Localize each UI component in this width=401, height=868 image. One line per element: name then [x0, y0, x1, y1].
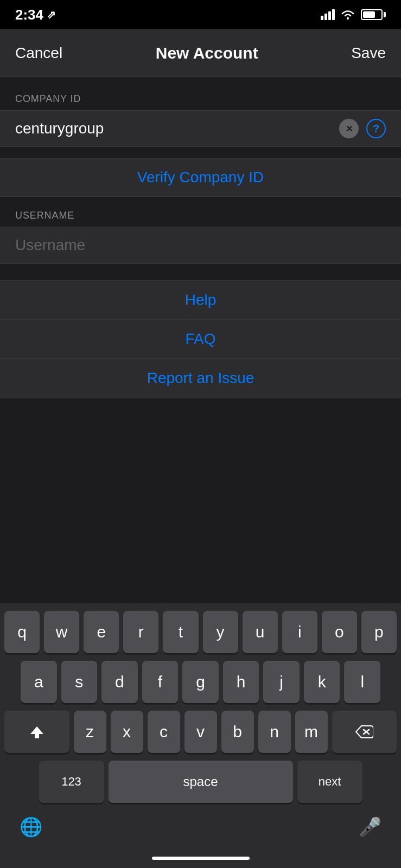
- key-w[interactable]: w: [44, 611, 79, 653]
- key-r[interactable]: r: [123, 611, 158, 653]
- verify-company-id-label: Verify Company ID: [137, 169, 264, 186]
- help-icon-button[interactable]: ?: [366, 119, 386, 138]
- field-icons: ?: [339, 119, 386, 138]
- svg-rect-2: [328, 11, 331, 20]
- nav-bar: Cancel New Account Save: [0, 29, 401, 77]
- key-u[interactable]: u: [243, 611, 278, 653]
- keyboard-bottom-row: 🌐 🎤: [4, 810, 397, 848]
- key-e[interactable]: e: [84, 611, 119, 653]
- keyboard: q w e r t y u i o p a s d f g h j k l z …: [0, 603, 401, 868]
- status-bar: 2:34 ⇗: [0, 0, 401, 29]
- company-id-label: COMPANY ID: [0, 93, 401, 110]
- key-v[interactable]: v: [184, 711, 217, 753]
- svg-rect-3: [332, 9, 335, 20]
- mic-icon[interactable]: 🎤: [359, 816, 381, 838]
- key-backspace[interactable]: [332, 711, 397, 753]
- globe-icon[interactable]: 🌐: [20, 816, 42, 838]
- verify-company-id-button[interactable]: Verify Company ID: [0, 158, 401, 197]
- keyboard-row-1: q w e r t y u i o p: [4, 611, 397, 653]
- svg-rect-0: [321, 16, 323, 20]
- keyboard-row-bottom: 123 space next: [4, 761, 397, 803]
- company-id-field-row[interactable]: ?: [0, 110, 401, 147]
- location-icon: ⇗: [47, 8, 56, 21]
- username-input[interactable]: [15, 237, 386, 254]
- home-bar: [152, 857, 250, 860]
- signal-icon: [321, 9, 335, 20]
- help-button[interactable]: Help: [0, 280, 401, 320]
- key-x[interactable]: x: [111, 711, 143, 753]
- key-i[interactable]: i: [282, 611, 317, 653]
- help-label: Help: [185, 291, 217, 309]
- page-title: New Account: [156, 44, 258, 62]
- key-space[interactable]: space: [109, 761, 293, 803]
- key-b[interactable]: b: [221, 711, 254, 753]
- key-p[interactable]: p: [361, 611, 397, 653]
- key-shift[interactable]: [4, 711, 69, 753]
- key-g[interactable]: g: [182, 661, 219, 703]
- faq-label: FAQ: [185, 330, 215, 348]
- key-q[interactable]: q: [4, 611, 40, 653]
- username-section: USERNAME: [0, 210, 401, 264]
- username-label: USERNAME: [0, 210, 401, 227]
- home-indicator: [4, 848, 397, 868]
- key-o[interactable]: o: [322, 611, 357, 653]
- status-icons: [321, 9, 386, 20]
- links-section: Help FAQ Report an Issue: [0, 280, 401, 398]
- keyboard-row-2: a s d f g h j k l: [4, 661, 397, 703]
- key-h[interactable]: h: [223, 661, 259, 703]
- key-s[interactable]: s: [61, 661, 98, 703]
- key-z[interactable]: z: [74, 711, 106, 753]
- key-j[interactable]: j: [263, 661, 300, 703]
- key-y[interactable]: y: [203, 611, 238, 653]
- key-t[interactable]: t: [163, 611, 198, 653]
- key-l[interactable]: l: [344, 661, 380, 703]
- key-next[interactable]: next: [297, 761, 362, 803]
- company-id-input[interactable]: [15, 120, 339, 137]
- key-k[interactable]: k: [304, 661, 340, 703]
- wifi-icon: [340, 9, 355, 20]
- key-c[interactable]: c: [148, 711, 180, 753]
- status-time: 2:34 ⇗: [15, 7, 56, 23]
- company-id-section: COMPANY ID ?: [0, 93, 401, 147]
- key-123[interactable]: 123: [39, 761, 104, 803]
- key-n[interactable]: n: [258, 711, 291, 753]
- clear-button[interactable]: [339, 119, 359, 138]
- keyboard-row-3: z x c v b n m: [4, 711, 397, 753]
- username-field-row[interactable]: [0, 227, 401, 264]
- key-m[interactable]: m: [295, 711, 328, 753]
- svg-rect-1: [324, 14, 327, 20]
- form-section: COMPANY ID ? Verify Company ID USERNAME …: [0, 77, 401, 398]
- key-d[interactable]: d: [101, 661, 138, 703]
- key-a[interactable]: a: [21, 661, 57, 703]
- question-mark-icon: ?: [373, 123, 379, 135]
- svg-point-4: [347, 17, 349, 20]
- cancel-button[interactable]: Cancel: [15, 44, 62, 62]
- battery-icon: [361, 9, 386, 20]
- report-issue-label: Report an Issue: [147, 369, 254, 387]
- report-issue-button[interactable]: Report an Issue: [0, 359, 401, 398]
- save-button[interactable]: Save: [351, 44, 386, 62]
- faq-button[interactable]: FAQ: [0, 320, 401, 359]
- key-f[interactable]: f: [142, 661, 179, 703]
